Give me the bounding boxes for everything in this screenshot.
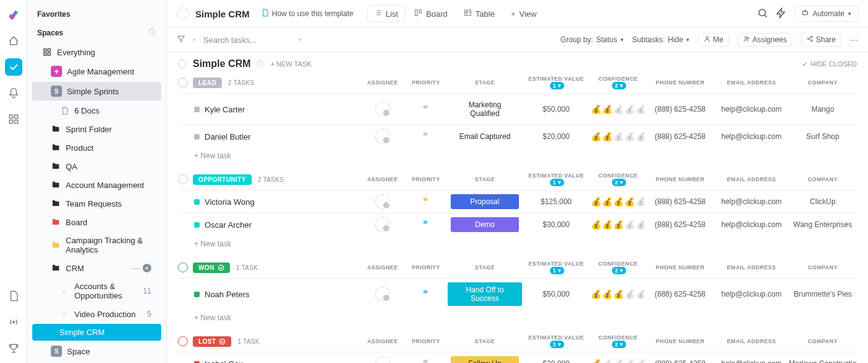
task-status-dot[interactable] — [194, 222, 200, 228]
plus-icon[interactable]: + — [143, 264, 151, 272]
task-row[interactable]: Isobel Cox Follow Up $30,000 💰💰💰💰💰 (888)… — [178, 352, 857, 363]
logo-icon[interactable] — [5, 6, 22, 24]
home-icon[interactable] — [5, 32, 22, 50]
email-cell[interactable]: help@clickup.com — [714, 290, 789, 298]
stage-cell[interactable]: Demo — [448, 217, 522, 232]
assignee-cell[interactable] — [361, 129, 404, 144]
search-icon[interactable] — [148, 27, 156, 38]
group-collapse-button[interactable] — [178, 78, 188, 87]
tab-list[interactable]: List — [367, 5, 405, 22]
priority-cell[interactable] — [404, 359, 448, 364]
share-pill[interactable]: Share — [801, 33, 841, 47]
assignee-cell[interactable] — [361, 194, 404, 209]
bell-icon[interactable] — [5, 84, 22, 102]
new-task-row[interactable]: + New task — [178, 148, 857, 160]
hide-closed-button[interactable]: ✓ HIDE CLOSED — [802, 60, 857, 68]
task-row[interactable]: Daniel Butler Email Captured $20,000 💰💰💰… — [178, 125, 857, 148]
status-pill[interactable]: LOST — [193, 336, 231, 347]
company-cell[interactable]: Brummette's Pies — [789, 290, 857, 298]
assignee-cell[interactable] — [361, 217, 404, 232]
confidence-cell[interactable]: 💰💰💰💰💰 — [590, 220, 646, 230]
value-cell[interactable]: $30,000 — [522, 359, 590, 363]
tab-table[interactable]: Table — [457, 5, 502, 22]
email-cell[interactable]: help@clickup.com — [714, 132, 789, 141]
task-status-dot[interactable] — [194, 107, 200, 112]
sidebar-item-everything[interactable]: Everything — [32, 43, 161, 61]
sidebar-item-simple-crm[interactable]: Simple CRM — [32, 324, 161, 341]
priority-cell[interactable] — [404, 197, 448, 207]
confidence-cell[interactable]: 💰💰💰💰💰 — [590, 359, 646, 363]
confidence-cell[interactable]: 💰💰💰💰💰 — [590, 132, 646, 141]
tab-add-view[interactable]: + View — [504, 5, 544, 22]
task-row[interactable]: Kyle Carter Marketing Qualified $50,000 … — [178, 93, 857, 125]
stage-cell[interactable]: Marketing Qualified — [448, 97, 522, 121]
confidence-cell[interactable]: 💰💰💰💰💰 — [590, 197, 646, 207]
stage-cell[interactable]: Follow Up — [448, 356, 522, 363]
trophy-icon[interactable] — [5, 339, 22, 357]
confidence-cell[interactable]: 💰💰💰💰💰 — [590, 104, 646, 114]
subtasks[interactable]: Subtasks: Hide ▾ — [632, 35, 689, 44]
stage-cell[interactable]: Hand Off to Success — [448, 282, 522, 306]
priority-cell[interactable] — [404, 104, 448, 115]
value-cell[interactable]: $125,000 — [522, 197, 590, 206]
group-collapse-button[interactable] — [178, 262, 188, 272]
sidebar-item-simple-sprints[interactable]: S Simple Sprints — [32, 82, 161, 101]
bolt-icon[interactable] — [776, 7, 787, 20]
phone-cell[interactable]: (888) 625-4258 — [646, 290, 714, 298]
assignee-cell[interactable] — [361, 102, 404, 117]
info-icon[interactable]: ⓘ — [257, 59, 264, 69]
company-cell[interactable]: ClickUp — [789, 197, 857, 206]
value-cell[interactable]: $50,000 — [522, 105, 590, 114]
sidebar-item-6docs[interactable]: 6 Docs — [32, 102, 161, 119]
sidebar-item-qa[interactable]: QA — [32, 158, 161, 175]
sidebar-item-campaign[interactable]: Campaign Tracking & Analytics — [32, 232, 161, 258]
group-by[interactable]: Group by: Status ▾ — [560, 35, 624, 44]
new-task-button[interactable]: + NEW TASK — [270, 60, 311, 68]
sidebar-item-video-prod[interactable]: ○ Video Production 5 — [32, 305, 161, 323]
sidebar-item-accounts-opps[interactable]: ○ Accounts & Opportunities 11 — [32, 278, 161, 304]
phone-cell[interactable]: (888) 625-4258 — [646, 105, 714, 114]
task-row[interactable]: Noah Peters Hand Off to Success $50,000 … — [178, 278, 857, 310]
check-icon[interactable] — [5, 58, 22, 76]
sidebar-item-board[interactable]: Board — [32, 213, 161, 231]
assignees-pill[interactable]: Assignees — [738, 33, 792, 47]
sidebar-item-team-requests[interactable]: Team Requests — [32, 195, 161, 212]
task-status-dot[interactable] — [194, 361, 200, 364]
value-cell[interactable]: $20,000 — [522, 132, 590, 141]
stage-cell[interactable]: Email Captured — [448, 129, 522, 144]
filter-icon[interactable] — [177, 35, 185, 45]
new-task-row[interactable]: + New task — [178, 310, 857, 322]
email-cell[interactable]: help@clickup.com — [714, 220, 789, 229]
phone-cell[interactable]: (888) 625-4258 — [646, 132, 714, 141]
tab-board[interactable]: Board — [407, 5, 454, 22]
sidebar-item-space[interactable]: S Space — [32, 342, 161, 361]
priority-cell[interactable] — [404, 132, 448, 142]
apps-icon[interactable] — [5, 110, 22, 128]
email-cell[interactable]: help@clickup.com — [714, 105, 789, 114]
how-to-link[interactable]: How to use this template — [261, 9, 353, 19]
task-status-dot[interactable] — [194, 134, 200, 140]
company-cell[interactable]: Surf Shop — [789, 132, 857, 141]
doc-icon[interactable] — [5, 287, 22, 305]
task-status-dot[interactable] — [194, 292, 200, 297]
stage-cell[interactable]: Proposal — [448, 194, 522, 209]
automate-button[interactable]: Automate ▾ — [794, 6, 858, 22]
phone-cell[interactable]: (888) 625-4258 — [646, 197, 714, 206]
new-task-row[interactable]: + New task — [178, 236, 857, 248]
broadcast-icon[interactable] — [5, 313, 22, 331]
task-status-dot[interactable] — [194, 199, 200, 205]
status-circle-icon[interactable] — [177, 7, 189, 20]
sidebar-item-crm[interactable]: CRM ⋯ + — [32, 259, 161, 277]
priority-cell[interactable] — [404, 220, 448, 230]
collapse-icon[interactable] — [178, 60, 187, 68]
assignee-cell[interactable] — [361, 287, 404, 302]
email-cell[interactable]: help@clickup.com — [714, 197, 789, 206]
task-row[interactable]: Victoria Wong Proposal $125,000 💰💰💰💰💰 (8… — [178, 190, 857, 213]
status-pill[interactable]: WON — [193, 262, 230, 273]
more-icon[interactable]: ⋯ — [132, 264, 140, 273]
company-cell[interactable]: Mango — [789, 105, 857, 114]
search-tasks[interactable]: Search tasks... ▾ — [203, 35, 553, 45]
value-cell[interactable]: $30,000 — [522, 220, 590, 229]
group-collapse-button[interactable] — [178, 336, 188, 346]
phone-cell[interactable]: (888) 625-4258 — [646, 220, 714, 229]
